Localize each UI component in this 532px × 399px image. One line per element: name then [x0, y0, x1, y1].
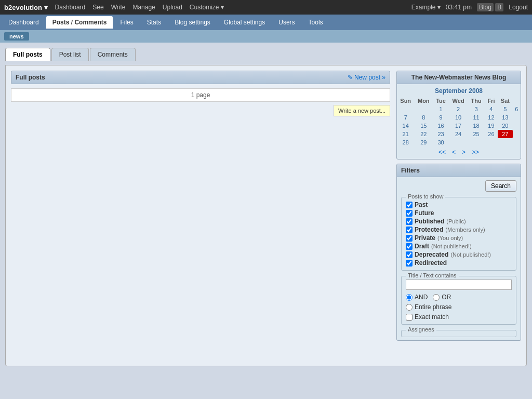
- calendar-day[interactable]: 15: [414, 122, 433, 130]
- search-button[interactable]: Search: [485, 180, 516, 192]
- cal-next-next[interactable]: >>: [472, 149, 479, 156]
- new-post-tooltip: Write a new post...: [334, 105, 390, 116]
- calendar-day[interactable]: 28: [397, 138, 414, 147]
- nav-tab-blog-settings[interactable]: Blog settings: [168, 16, 217, 29]
- nav-tab-files[interactable]: Files: [114, 16, 139, 29]
- checkbox-label-redirected: Redirected: [415, 259, 447, 267]
- calendar-blog-title: The New-Webmaster News Blog: [397, 71, 521, 84]
- nav-tab-dashboard[interactable]: Dashboard: [2, 16, 45, 29]
- or-radio[interactable]: [433, 294, 440, 301]
- checkbox-label-private: Private: [415, 234, 435, 242]
- calendar-day[interactable]: 13: [498, 113, 513, 122]
- checkbox-label-future: Future: [415, 209, 434, 217]
- main-nav: Dashboard Posts / Comments Files Stats B…: [0, 15, 532, 30]
- calendar-day[interactable]: 1: [433, 105, 449, 113]
- title-text-input[interactable]: [406, 280, 512, 290]
- calendar-day[interactable]: 29: [414, 138, 433, 147]
- topbar-right: Example ▾ 03:41 pm Blog B Logout: [411, 4, 528, 11]
- checkbox-future[interactable]: [406, 210, 413, 217]
- new-post-link[interactable]: ✎ New post »: [348, 74, 385, 81]
- topbar-dashboard[interactable]: Dashboard: [55, 4, 86, 11]
- calendar-day: [468, 138, 485, 147]
- calendar-nav: << < > >>: [397, 147, 521, 159]
- calendar-grid: Sun Mon Tue Wed Thu Fri Sat 123456789101…: [397, 97, 521, 147]
- entire-phrase-label: Entire phrase: [415, 303, 451, 311]
- nav-tab-global-settings[interactable]: Global settings: [218, 16, 271, 29]
- checkbox-private[interactable]: [406, 235, 413, 242]
- calendar-day[interactable]: 30: [433, 138, 449, 147]
- checkbox-draft[interactable]: [406, 243, 413, 250]
- calendar-day[interactable]: 19: [485, 122, 498, 130]
- topbar-write[interactable]: Write: [111, 4, 126, 11]
- nav-tab-users[interactable]: Users: [272, 16, 301, 29]
- calendar-day: [449, 138, 468, 147]
- entire-phrase-radio[interactable]: [406, 304, 413, 311]
- entire-phrase-row: Entire phrase: [406, 303, 512, 311]
- sub-nav-news[interactable]: news: [4, 32, 29, 41]
- calendar-day[interactable]: 11: [468, 113, 485, 122]
- tab-post-list[interactable]: Post list: [51, 48, 89, 61]
- title-text-legend: Title / Text contains: [406, 272, 459, 278]
- checkbox-row-redirected: Redirected: [406, 259, 512, 267]
- calendar-day[interactable]: 22: [414, 130, 433, 138]
- brand-logo[interactable]: b2evolution ▾: [4, 4, 48, 11]
- sub-nav: news: [0, 30, 532, 43]
- cal-next[interactable]: >: [462, 149, 466, 156]
- checkbox-past[interactable]: [406, 202, 413, 208]
- full-posts-title: Full posts: [16, 74, 45, 81]
- search-mode-group: AND OR Entire phrase: [406, 293, 512, 321]
- topbar-example[interactable]: Example ▾: [411, 4, 441, 11]
- calendar-day[interactable]: 9: [433, 113, 449, 122]
- calendar-day[interactable]: 10: [449, 113, 468, 122]
- checkbox-redirected[interactable]: [406, 260, 413, 267]
- topbar-see[interactable]: See: [92, 4, 103, 11]
- calendar-day[interactable]: 8: [414, 113, 433, 122]
- calendar-day[interactable]: 14: [397, 122, 414, 130]
- calendar-day[interactable]: 21: [397, 130, 414, 138]
- checkbox-sub-private: (You only): [437, 235, 463, 241]
- calendar-day[interactable]: 24: [449, 130, 468, 138]
- calendar-day[interactable]: 20: [498, 122, 513, 130]
- nav-tab-stats[interactable]: Stats: [141, 16, 167, 29]
- calendar-day[interactable]: 5: [498, 105, 513, 113]
- calendar-day[interactable]: 7: [397, 113, 414, 122]
- calendar-day[interactable]: 16: [433, 122, 449, 130]
- calendar-day[interactable]: 18: [468, 122, 485, 130]
- checkbox-deprecated[interactable]: [406, 251, 413, 258]
- or-label: OR: [442, 294, 451, 301]
- nav-tab-posts-comments[interactable]: Posts / Comments: [46, 16, 113, 29]
- topbar-time: 03:41 pm: [446, 4, 472, 11]
- exact-match-checkbox[interactable]: [406, 314, 413, 321]
- tab-full-posts[interactable]: Full posts: [5, 48, 50, 61]
- calendar-day[interactable]: 3: [468, 105, 485, 113]
- calendar-day[interactable]: 17: [449, 122, 468, 130]
- topbar-left: b2evolution ▾ Dashboard See Write Manage…: [4, 4, 224, 11]
- nav-tab-tools[interactable]: Tools: [302, 16, 329, 29]
- calendar-day[interactable]: 25: [468, 130, 485, 138]
- checkbox-protected[interactable]: [406, 227, 413, 233]
- calendar-month: September 2008: [397, 84, 521, 97]
- filters-body: Search Posts to show PastFuturePublished…: [397, 177, 521, 340]
- checkbox-sub-deprecated: (Not published!): [450, 251, 491, 258]
- cal-prev[interactable]: <: [452, 149, 456, 156]
- checkbox-row-deprecated: Deprecated (Not published!): [406, 250, 512, 259]
- calendar-day[interactable]: 2: [449, 105, 468, 113]
- and-radio[interactable]: [406, 294, 413, 301]
- topbar-customize[interactable]: Customize ▾: [190, 4, 224, 11]
- calendar-day[interactable]: 4: [485, 105, 498, 113]
- calendar-day[interactable]: 26: [485, 130, 498, 138]
- and-or-group: AND OR: [406, 293, 512, 301]
- tab-comments[interactable]: Comments: [90, 48, 136, 61]
- calendar-day: [414, 105, 433, 113]
- cal-prev-prev[interactable]: <<: [438, 149, 446, 156]
- and-label: AND: [415, 294, 428, 301]
- topbar-logout[interactable]: Logout: [509, 4, 528, 11]
- calendar-day[interactable]: 6: [513, 105, 521, 113]
- calendar-day[interactable]: 27: [498, 130, 513, 138]
- topbar-manage[interactable]: Manage: [132, 4, 155, 11]
- checkbox-published[interactable]: [406, 218, 413, 225]
- calendar-day[interactable]: 23: [433, 130, 449, 138]
- topbar-blog-icon: B: [495, 3, 503, 11]
- calendar-day[interactable]: 12: [485, 113, 498, 122]
- topbar-upload[interactable]: Upload: [163, 4, 182, 11]
